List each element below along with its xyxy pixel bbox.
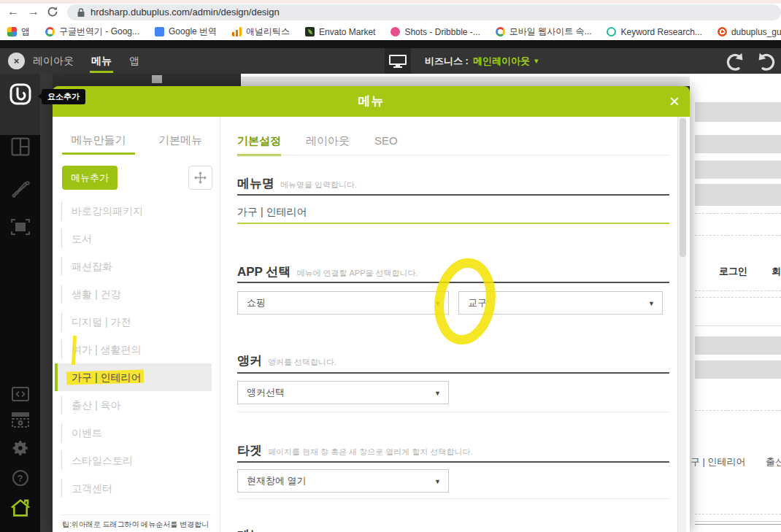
modal-body: 메뉴만들기 기본메뉴 메뉴추가 바로강의패키지 bbox=[53, 117, 690, 532]
target-dropdown[interactable]: 현재창에 열기 ▼ bbox=[237, 469, 449, 493]
bookmark-item[interactable]: dubuplus_guide by... bbox=[717, 27, 781, 37]
menu-category-item[interactable]: 여가 | 생활편의 bbox=[55, 336, 212, 363]
bookmark-favicon bbox=[232, 27, 242, 36]
undo-button[interactable] bbox=[725, 52, 745, 72]
undo-icon bbox=[725, 52, 744, 71]
menu-category-label: 생활 | 건강 bbox=[72, 280, 120, 308]
section-underline bbox=[237, 461, 669, 463]
menu-modal: 메뉴 × 메뉴만들기 기본메뉴 메뉴추가 bbox=[53, 86, 690, 532]
code-icon bbox=[12, 387, 29, 401]
menu-category-item[interactable]: 출산 | 육아 bbox=[55, 391, 212, 419]
menu-category-label: 바로강의패키지 bbox=[72, 197, 143, 225]
menu-category-label: 여가 | 생활편의 bbox=[72, 336, 141, 363]
help-button[interactable]: ? bbox=[0, 470, 40, 486]
bookmark-item[interactable]: Keyword Research... bbox=[607, 27, 701, 37]
menu-category-label: 디지털 | 가전 bbox=[72, 308, 131, 336]
preview-row bbox=[695, 336, 781, 355]
menu-category-item[interactable]: 패션잡화 bbox=[55, 252, 212, 280]
menu-category-item[interactable]: 가구 | 인테리어 bbox=[55, 363, 212, 391]
editor-tab[interactable]: 레이아웃 bbox=[33, 48, 74, 74]
app-secondary-dropdown[interactable]: 교구 ▼ bbox=[458, 291, 663, 315]
preview-row bbox=[695, 184, 781, 206]
modal-scrollbar[interactable] bbox=[677, 117, 686, 532]
app-select-section-header: APP 선택메뉴에 연결할 APP을 선택합니다. bbox=[237, 263, 418, 280]
preview-tool-button[interactable] bbox=[0, 412, 40, 428]
bookmark-item[interactable]: 구글번역기 - Goog... bbox=[45, 26, 139, 38]
close-editor-button[interactable]: × bbox=[8, 53, 25, 69]
dubuplus-logo[interactable] bbox=[0, 83, 40, 105]
editor-tab[interactable]: 앱 bbox=[129, 48, 139, 74]
bookmark-item[interactable]: Google 번역 bbox=[155, 26, 217, 38]
bookmark-favicon bbox=[496, 27, 505, 36]
menu-name-input[interactable]: 가구 | 인테리어 bbox=[237, 206, 307, 219]
bookmark-item[interactable]: Shots - Dribbble -... bbox=[390, 27, 480, 37]
layout-selector[interactable]: 비즈니스 : 메인레이아웃 ▾ bbox=[425, 48, 538, 74]
input-focus-underline bbox=[237, 223, 669, 224]
preview-menu-item: 구 | 인테리어 bbox=[690, 455, 746, 469]
paintbrush-icon bbox=[10, 178, 31, 198]
preview-row bbox=[695, 102, 781, 122]
menu-category-item[interactable]: 이벤트 bbox=[55, 419, 212, 447]
reorder-button[interactable] bbox=[188, 166, 212, 190]
browser-reload-button[interactable] bbox=[47, 6, 58, 20]
preview-row bbox=[695, 135, 781, 153]
target-label: 타겟 bbox=[237, 444, 262, 458]
bookmark-item[interactable]: 애널리틱스 bbox=[232, 26, 290, 38]
menu-category-item[interactable]: 도서 bbox=[55, 225, 212, 252]
tab-menu-create[interactable]: 메뉴만들기 bbox=[62, 134, 135, 147]
browser-forward-button[interactable]: → bbox=[28, 3, 39, 20]
menu-category-label: 이벤트 bbox=[72, 419, 102, 447]
bookmark-item[interactable]: 앱 bbox=[7, 26, 30, 38]
menu-settings-panel: 기본설정 레이아웃 SEO 메뉴명메뉴명을 입력합니다. 가구 | 인테리어 bbox=[220, 117, 690, 532]
settings-button[interactable] bbox=[0, 439, 40, 458]
anchor-hint: 앵커를 선택합니다. bbox=[268, 358, 336, 366]
anchor-dropdown[interactable]: 앵커선택 ▼ bbox=[237, 381, 449, 404]
code-tool-button[interactable] bbox=[0, 387, 40, 401]
settings-tab[interactable]: 레이아웃 bbox=[306, 134, 350, 154]
bookmark-favicon bbox=[305, 27, 315, 36]
menu-category-item[interactable]: 스타일스토리 bbox=[55, 447, 212, 474]
preview-dashed-divider bbox=[695, 290, 781, 291]
section-tool-button[interactable] bbox=[0, 219, 40, 235]
menu-category-item[interactable]: 바로강의패키지 bbox=[55, 197, 212, 225]
bookmark-favicon bbox=[45, 27, 55, 36]
bookmark-favicon bbox=[390, 27, 400, 36]
design-tool-button[interactable] bbox=[0, 178, 40, 198]
modal-scrollbar-thumb[interactable] bbox=[680, 118, 686, 257]
target-hint: 페이지를 현재 창 혹은 새 창으로 열리게 할지 선택합니다. bbox=[268, 447, 473, 456]
device-desktop-button[interactable] bbox=[385, 48, 411, 74]
app-select-label: APP 선택 bbox=[237, 265, 291, 279]
active-tab-underline bbox=[62, 153, 135, 155]
home-button[interactable] bbox=[0, 498, 40, 518]
caret-down-icon: ▼ bbox=[648, 292, 655, 315]
caret-down-icon: ▼ bbox=[434, 292, 441, 315]
bookmark-item[interactable]: 모바일 웹사이트 속... bbox=[496, 26, 592, 38]
menu-category-item[interactable]: 디지털 | 가전 bbox=[55, 308, 212, 336]
dimmed-left-panel bbox=[40, 74, 53, 532]
bookmark-item[interactable]: Envato Market bbox=[305, 27, 375, 37]
clipped-next-section-label: 메뉴 bbox=[237, 527, 296, 532]
menu-category-item[interactable]: 생활 | 건강 bbox=[55, 280, 212, 308]
app-primary-dropdown[interactable]: 쇼핑 ▼ bbox=[237, 291, 449, 315]
menu-category-item[interactable]: 고객센터 bbox=[55, 474, 212, 502]
settings-tab[interactable]: SEO bbox=[374, 134, 398, 154]
settings-tab[interactable]: 기본설정 bbox=[237, 134, 281, 154]
redo-button[interactable] bbox=[758, 52, 778, 72]
bookmark-label: 애널리틱스 bbox=[246, 26, 290, 38]
redo-icon bbox=[758, 52, 777, 71]
browser-back-button[interactable]: ← bbox=[7, 3, 19, 20]
tab-default-menu[interactable]: 기본메뉴 bbox=[150, 134, 211, 147]
layout-grid-icon bbox=[11, 137, 30, 156]
address-bar[interactable]: hrdsharp.dubuplus.com/admin/design/desig… bbox=[67, 4, 781, 20]
preview-dashed-divider bbox=[695, 235, 781, 236]
bookmark-label: Envato Market bbox=[319, 27, 375, 37]
editor-tab[interactable]: 메뉴 bbox=[91, 48, 112, 74]
icon-sidebar: ? bbox=[0, 74, 40, 532]
preview-row bbox=[695, 361, 781, 379]
modal-close-button[interactable]: × bbox=[669, 90, 680, 112]
modal-header: 메뉴 × bbox=[53, 86, 690, 117]
dimmed-preview-strip-top bbox=[241, 74, 690, 77]
layout-tool-button[interactable] bbox=[0, 137, 40, 156]
preview-menu-item: 출산 | 육아 bbox=[766, 455, 781, 469]
add-menu-button[interactable]: 메뉴추가 bbox=[62, 166, 118, 190]
